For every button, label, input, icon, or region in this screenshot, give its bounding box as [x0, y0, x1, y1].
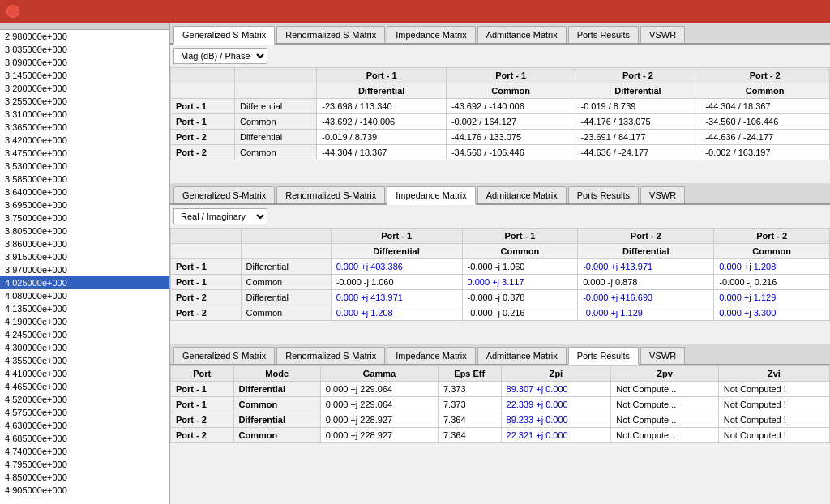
sub-empty2: [241, 244, 331, 259]
panel2-dropdown[interactable]: Mag (dB) / PhaseReal / Imaginary: [173, 208, 267, 224]
tab-ports-results[interactable]: Ports Results: [568, 26, 639, 43]
sub-empty1: [171, 244, 242, 259]
sidebar-item[interactable]: 2.980000e+000: [0, 30, 169, 43]
matrix-value: -0.000 +j 413.971: [578, 259, 714, 275]
matrix-value: -0.019 / 8.739: [317, 130, 447, 145]
sidebar-item[interactable]: 4.740000e+000: [0, 445, 169, 458]
mode-label: Differential: [241, 259, 331, 275]
panel1-content: Mag (dB) / PhaseReal / Imaginary Port - …: [170, 45, 830, 183]
ports-cell: Common: [233, 397, 320, 412]
tab-admittance-matrix[interactable]: Admittance Matrix: [477, 26, 567, 43]
ports-col-header: Port: [171, 366, 234, 382]
sidebar-item[interactable]: 4.080000e+000: [0, 289, 169, 302]
tab-renormalized-s-matrix[interactable]: Renormalized S-Matrix: [276, 26, 385, 43]
matrix-value: -0.000 +j 1.129: [578, 305, 714, 321]
tab-ports-results[interactable]: Ports Results: [568, 186, 639, 203]
table-row: Port - 2Common-44.304 / 18.367-34.560 / …: [171, 145, 830, 160]
sidebar-item[interactable]: 3.255000e+000: [0, 95, 169, 108]
sidebar-item[interactable]: 3.640000e+000: [0, 186, 169, 199]
content-area: Generalized S-MatrixRenormalized S-Matri…: [170, 23, 830, 504]
tab-ports-results[interactable]: Ports Results: [568, 347, 639, 365]
sidebar-item[interactable]: 3.530000e+000: [0, 160, 169, 173]
tab-renormalized-s-matrix[interactable]: Renormalized S-Matrix: [276, 347, 385, 364]
table-row: Port - 1Common-0.000 -j 1.0600.000 +j 3.…: [171, 275, 830, 290]
panel1-dropdown[interactable]: Mag (dB) / PhaseReal / Imaginary: [173, 48, 267, 64]
sidebar-item[interactable]: 3.365000e+000: [0, 121, 169, 134]
sidebar-item[interactable]: 3.805000e+000: [0, 224, 169, 237]
matrix-value: -44.176 / 133.075: [446, 130, 575, 145]
matrix-value: 0.000 +j 413.971: [331, 290, 462, 305]
sidebar-item[interactable]: 3.090000e+000: [0, 56, 169, 69]
matrix-value: 0.000 +j 3.300: [714, 305, 830, 321]
tab-vswr[interactable]: VSWR: [640, 186, 685, 203]
tab-admittance-matrix[interactable]: Admittance Matrix: [477, 186, 567, 203]
matrix-value: 0.000 +j 1.208: [331, 305, 462, 321]
sidebar-item[interactable]: 4.795000e+000: [0, 458, 169, 471]
tab-impedance-matrix[interactable]: Impedance Matrix: [387, 26, 475, 43]
ports-table-row: Port - 2Common0.000 +j 228.9277.36422.32…: [171, 428, 830, 443]
sidebar-item[interactable]: 3.200000e+000: [0, 82, 169, 95]
sidebar-item[interactable]: 3.310000e+000: [0, 108, 169, 121]
ports-cell: Not Compute...: [611, 428, 718, 443]
sidebar-item[interactable]: 4.685000e+000: [0, 432, 169, 445]
tab-generalized-s-matrix[interactable]: Generalized S-Matrix: [173, 347, 275, 364]
tab-impedance-matrix[interactable]: Impedance Matrix: [387, 347, 475, 364]
sidebar-item[interactable]: 3.145000e+000: [0, 69, 169, 82]
sidebar-item[interactable]: 3.860000e+000: [0, 237, 169, 250]
ports-cell: 22.339 +j 0.000: [501, 397, 611, 412]
empty-header: [171, 68, 235, 83]
sidebar-item[interactable]: 4.025000e+000: [0, 276, 169, 289]
tab-renormalized-s-matrix[interactable]: Renormalized S-Matrix: [276, 186, 385, 203]
col-header-port: Port - 1: [462, 229, 578, 244]
sidebar-item[interactable]: 3.475000e+000: [0, 147, 169, 160]
sidebar-item[interactable]: 3.420000e+000: [0, 134, 169, 147]
ports-col-header: Mode: [233, 366, 320, 382]
panel1-table: Port - 1Port - 1Port - 2Port - 2Differen…: [170, 67, 830, 160]
mode-label: Common: [234, 114, 316, 130]
sidebar-item[interactable]: 3.750000e+000: [0, 211, 169, 224]
ports-cell: 0.000 +j 228.927: [320, 428, 438, 443]
ports-cell: Not Computed !: [718, 428, 829, 443]
sidebar-item[interactable]: 4.355000e+000: [0, 354, 169, 367]
empty-header2: [241, 229, 331, 244]
sidebar-item[interactable]: 3.585000e+000: [0, 173, 169, 186]
sidebar-item[interactable]: 4.300000e+000: [0, 341, 169, 354]
panel2-table: Port - 1Port - 1Port - 2Port - 2Differen…: [170, 228, 830, 321]
sidebar-item[interactable]: 4.520000e+000: [0, 393, 169, 406]
ports-cell: Port - 2: [171, 428, 234, 443]
matrix-value: -0.002 / 164.127: [446, 114, 575, 130]
sub-header-mode: Common: [714, 244, 830, 259]
tab-vswr[interactable]: VSWR: [640, 347, 685, 364]
matrix-value: -0.000 -j 0.216: [462, 305, 578, 321]
tab-impedance-matrix[interactable]: Impedance Matrix: [387, 186, 475, 205]
ports-cell: 0.000 +j 229.064: [320, 397, 438, 412]
table-row: Port - 1Differential0.000 +j 403.386-0.0…: [171, 259, 830, 275]
matrix-value: -43.692 / -140.006: [446, 99, 575, 114]
tab-vswr[interactable]: VSWR: [640, 26, 685, 43]
sidebar-list[interactable]: 2.980000e+0003.035000e+0003.090000e+0003…: [0, 30, 169, 504]
panel1-tab-bar: Generalized S-MatrixRenormalized S-Matri…: [170, 23, 830, 45]
port-label: Port - 1: [171, 99, 235, 114]
sidebar-item[interactable]: 3.695000e+000: [0, 199, 169, 211]
sidebar-item[interactable]: 3.915000e+000: [0, 250, 169, 263]
sidebar-item[interactable]: 4.245000e+000: [0, 328, 169, 341]
sidebar-item[interactable]: 4.575000e+000: [0, 406, 169, 419]
ports-cell: 0.000 +j 228.927: [320, 412, 438, 428]
sidebar-item[interactable]: 4.190000e+000: [0, 315, 169, 328]
sidebar-item[interactable]: 4.135000e+000: [0, 302, 169, 315]
tab-generalized-s-matrix[interactable]: Generalized S-Matrix: [173, 186, 275, 203]
tab-admittance-matrix[interactable]: Admittance Matrix: [477, 347, 567, 364]
port-label: Port - 2: [171, 130, 235, 145]
sidebar-item[interactable]: 4.410000e+000: [0, 367, 169, 380]
panel3-tab-bar: Generalized S-MatrixRenormalized S-Matri…: [170, 344, 830, 365]
sidebar-item[interactable]: 4.905000e+000: [0, 484, 169, 497]
ports-cell: Common: [233, 428, 320, 443]
sidebar-item[interactable]: 4.465000e+000: [0, 380, 169, 393]
sidebar-item[interactable]: 4.630000e+000: [0, 419, 169, 432]
ports-col-header: Zpi: [501, 366, 611, 382]
tab-generalized-s-matrix[interactable]: Generalized S-Matrix: [173, 26, 275, 45]
sidebar-item[interactable]: 3.970000e+000: [0, 263, 169, 276]
table-row: Port - 2Common0.000 +j 1.208-0.000 -j 0.…: [171, 305, 830, 321]
sidebar-item[interactable]: 3.035000e+000: [0, 43, 169, 56]
sidebar-item[interactable]: 4.850000e+000: [0, 471, 169, 484]
